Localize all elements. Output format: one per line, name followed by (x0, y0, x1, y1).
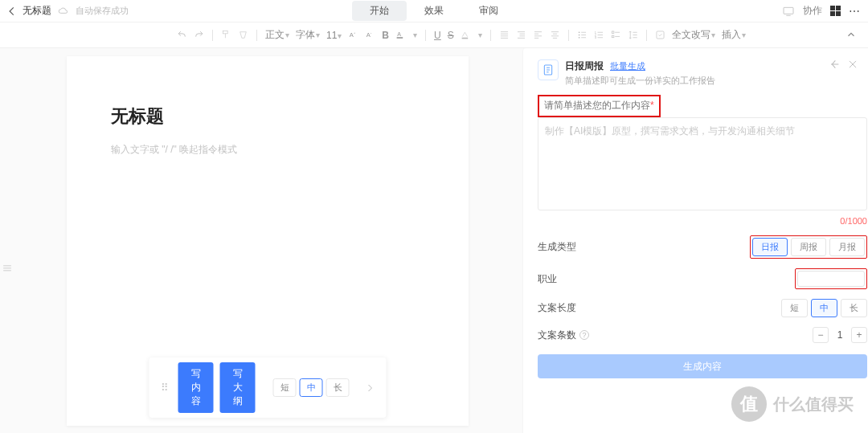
list-numbered-icon[interactable]: 123 (594, 30, 604, 40)
count-minus[interactable]: − (813, 327, 829, 343)
strikethrough-icon[interactable]: S (448, 30, 454, 41)
font-size-decrease-icon[interactable]: A- (365, 30, 375, 40)
full-rewrite-select[interactable]: 全文改写▾ (672, 28, 715, 42)
device-icon[interactable] (782, 5, 795, 18)
underline-icon[interactable]: U (434, 30, 441, 41)
title-bar: 无标题 自动保存成功 开始 效果 审阅 协作 ⋯ (0, 0, 868, 22)
length-short[interactable]: 短 (273, 378, 297, 397)
line-spacing-icon[interactable] (628, 30, 638, 40)
doc-title[interactable]: 无标题 (23, 4, 51, 18)
floating-action-bar: ⠿ 写内容 写大纲 短 中 长 (149, 357, 387, 418)
svg-rect-1 (223, 31, 227, 34)
font-family-select[interactable]: 字体▾ (296, 28, 320, 42)
insert-select[interactable]: 插入▾ (722, 28, 746, 42)
watermark-badge: 值 (731, 386, 767, 422)
autosave-status: 自动保存成功 (76, 5, 129, 17)
len-mid[interactable]: 中 (811, 299, 837, 317)
clear-format-icon[interactable] (238, 30, 248, 40)
write-outline-button[interactable]: 写大纲 (220, 362, 256, 413)
doc-heading[interactable]: 无标题 (111, 104, 424, 129)
svg-text:3: 3 (594, 35, 596, 39)
collapse-toolbar-icon[interactable] (845, 29, 857, 40)
svg-rect-0 (784, 7, 793, 14)
write-content-button[interactable]: 写内容 (178, 362, 214, 413)
svg-rect-16 (612, 35, 614, 38)
back-icon[interactable] (6, 6, 23, 17)
svg-text:+: + (354, 31, 356, 35)
char-counter: 0/1000 (538, 216, 867, 226)
list-task-icon[interactable] (611, 30, 621, 40)
undo-icon[interactable] (177, 30, 187, 40)
page[interactable]: 无标题 输入文字或 "/ /" 唤起指令模式 ⠿ 写内容 写大纲 短 中 长 (67, 56, 469, 426)
tab-effect[interactable]: 效果 (407, 1, 461, 21)
collab-button[interactable]: 协作 (803, 4, 822, 18)
svg-point-9 (578, 31, 579, 33)
font-size-select[interactable]: 11▾ (326, 30, 342, 41)
svg-rect-15 (612, 31, 614, 34)
apps-grid-icon[interactable] (830, 6, 841, 16)
svg-rect-8 (461, 38, 468, 39)
len-long[interactable]: 长 (841, 299, 867, 317)
align-left-icon[interactable] (533, 30, 543, 40)
ai-panel: 日报周报 批量生成 简单描述即可生成一份详实的工作报告 请简单描述您的工作内容*… (522, 48, 868, 433)
tab-start[interactable]: 开始 (352, 1, 407, 21)
count-value: 1 (829, 329, 851, 341)
panel-back-icon[interactable] (828, 58, 841, 71)
type-day[interactable]: 日报 (752, 238, 788, 256)
panel-close-icon[interactable] (847, 59, 858, 70)
help-icon[interactable]: ? (579, 330, 589, 340)
length-long[interactable]: 长 (326, 378, 350, 397)
len-short[interactable]: 短 (781, 299, 808, 317)
sidebar-toggle[interactable] (0, 48, 14, 433)
svg-rect-7 (397, 37, 403, 39)
redo-icon[interactable] (194, 30, 204, 40)
generate-button[interactable]: 生成内容 (538, 354, 867, 378)
type-month[interactable]: 月报 (829, 238, 865, 256)
report-icon (538, 59, 559, 80)
watermark: 值 什么值得买 (731, 386, 854, 422)
tab-review[interactable]: 审阅 (461, 1, 516, 21)
type-label: 生成类型 (538, 240, 576, 254)
indent-increase-icon[interactable] (516, 30, 526, 40)
svg-text:A: A (397, 31, 401, 37)
cloud-icon (58, 6, 71, 17)
more-icon[interactable]: ⋯ (849, 5, 862, 18)
type-week[interactable]: 周报 (791, 238, 826, 256)
panel-title: 日报周报 (565, 59, 604, 73)
desc-label: 请简单描述您的工作内容* (544, 95, 654, 116)
format-toolbar: 正文▾ 字体▾ 11▾ A+ A- B A▾ U S ▾ 123 全文改写▾ 插… (0, 22, 868, 48)
batch-link[interactable]: 批量生成 (610, 60, 645, 72)
font-size-increase-icon[interactable]: A+ (348, 30, 358, 40)
document-area: 无标题 输入文字或 "/ /" 唤起指令模式 ⠿ 写内容 写大纲 短 中 长 (14, 48, 469, 433)
length-mid[interactable]: 中 (300, 378, 323, 397)
bold-icon[interactable]: B (382, 30, 389, 41)
doc-placeholder: 输入文字或 "/ /" 唤起指令模式 (111, 143, 424, 157)
watermark-text: 什么值得买 (773, 394, 854, 415)
font-color-icon[interactable]: A (395, 30, 406, 40)
format-painter-icon[interactable] (221, 30, 231, 40)
next-icon[interactable] (362, 383, 379, 393)
highlight-icon[interactable] (461, 30, 471, 40)
svg-text:-: - (371, 31, 372, 35)
text-length-label: 文案长度 (538, 301, 576, 315)
svg-point-10 (578, 35, 579, 36)
highlight-box-type: 日报 周报 月报 (750, 235, 867, 259)
paragraph-style-select[interactable]: 正文▾ (265, 28, 289, 42)
count-plus[interactable]: + (851, 327, 867, 343)
highlight-box-job (795, 268, 867, 289)
indent-decrease-icon[interactable] (499, 30, 510, 40)
count-label: 文案条数 ? (538, 329, 589, 342)
list-bullet-icon[interactable] (577, 30, 588, 40)
align-center-icon[interactable] (550, 30, 560, 40)
svg-rect-17 (657, 31, 664, 39)
panel-subtitle: 简单描述即可生成一份详实的工作报告 (565, 75, 715, 87)
desc-textarea[interactable] (538, 117, 867, 210)
job-label: 职业 (538, 272, 557, 286)
svg-point-11 (578, 37, 579, 39)
job-input[interactable] (797, 271, 865, 287)
length-options: 短 中 长 (273, 378, 350, 397)
ribbon-tabs: 开始 效果 审阅 (352, 1, 516, 21)
ai-rewrite-icon[interactable] (655, 30, 665, 40)
highlight-box-desc-label: 请简单描述您的工作内容* (538, 95, 661, 117)
drag-handle-icon[interactable]: ⠿ (158, 384, 172, 392)
